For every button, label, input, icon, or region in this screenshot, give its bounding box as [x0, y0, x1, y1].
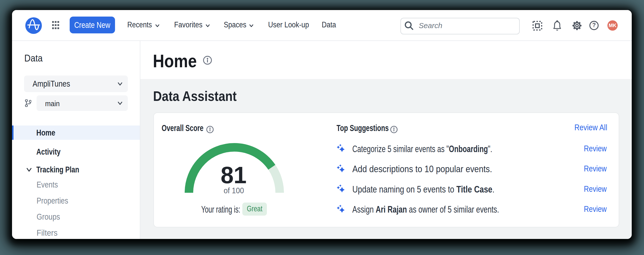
- svg-text:?: ?: [592, 22, 596, 28]
